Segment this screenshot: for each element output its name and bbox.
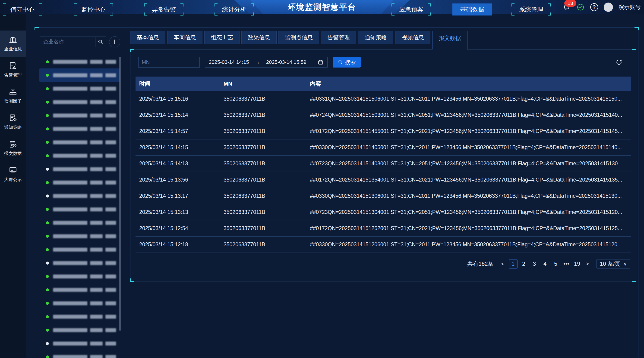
nav-item-emergency-plan[interactable]: 应急预案 [392, 3, 431, 15]
company-list-item[interactable] [40, 136, 120, 149]
search-button[interactable]: 搜索 [333, 57, 361, 67]
tab-workshop-info[interactable]: 车间信息 [167, 31, 202, 44]
company-list-item[interactable] [40, 297, 120, 310]
sidebar-item-message-data[interactable]: 报文数据 [0, 135, 26, 161]
masked-company-name [53, 127, 87, 131]
masked-company-name [90, 60, 102, 64]
nav-item-system-management[interactable]: 系统管理 [512, 3, 551, 15]
avatar[interactable] [604, 2, 613, 12]
message-table: 时间 MN 内容 2025/03/14 15:15:16 35020633770… [136, 77, 631, 253]
company-list-item[interactable] [40, 216, 120, 229]
company-list-item[interactable] [40, 283, 120, 297]
prev-page-button[interactable]: < [499, 259, 507, 269]
masked-company-name [106, 355, 116, 358]
tab-video-info[interactable]: 视频信息 [395, 31, 430, 44]
tab-message-data[interactable]: 报文数据 [432, 31, 468, 49]
arrow-right-icon: → [255, 59, 260, 65]
cell-mn: 3502063377011B [224, 193, 310, 199]
company-list-item[interactable] [40, 68, 120, 82]
company-list [40, 55, 120, 358]
table-row[interactable]: 2025/03/14 15:13:13 3502063377011B ##072… [136, 204, 631, 220]
table-row[interactable]: 2025/03/14 15:15:16 3502063377011B ##033… [136, 91, 631, 107]
company-list-item[interactable] [40, 176, 120, 189]
company-list-item[interactable] [40, 229, 120, 243]
add-company-button[interactable] [109, 36, 120, 47]
status-dot [46, 168, 49, 171]
sidebar-label: 告警管理 [4, 72, 22, 78]
page-number[interactable]: 2 [519, 259, 528, 269]
page-number[interactable]: 4 [541, 259, 550, 269]
company-list-item[interactable] [40, 256, 120, 270]
company-list-item[interactable] [40, 82, 120, 95]
refresh-icon[interactable] [616, 59, 622, 67]
tab-basic-info[interactable]: 基本信息 [130, 31, 166, 44]
company-list-item[interactable] [40, 310, 120, 323]
theme-icon[interactable] [576, 3, 585, 11]
next-page-button[interactable]: > [583, 259, 591, 269]
company-list-item[interactable] [40, 270, 120, 283]
company-list-item[interactable] [40, 323, 120, 337]
help-icon[interactable]: ? [590, 3, 598, 11]
status-dot [46, 221, 49, 224]
nav-item-statistics[interactable]: 统计分析 [214, 3, 254, 15]
masked-company-name [106, 261, 116, 265]
sidebar-item-alarm-management[interactable]: 告警管理 [0, 57, 26, 83]
page-number[interactable]: ••• [562, 259, 571, 269]
table-row[interactable]: 2025/03/14 15:12:18 3502063377011B ##033… [136, 237, 631, 253]
company-search-input[interactable] [40, 36, 96, 47]
company-list-item[interactable] [40, 162, 120, 176]
tab-notify-strategy[interactable]: 通知策略 [358, 31, 393, 44]
page-number[interactable]: 19 [573, 259, 582, 269]
page-size-select[interactable]: 10 条/页 ∨ [596, 259, 630, 269]
company-list-scrollbar[interactable] [119, 57, 121, 331]
sidebar-label: 报文数据 [4, 151, 22, 157]
company-list-item[interactable] [40, 95, 120, 109]
masked-company-name [53, 342, 87, 346]
sidebar-item-enterprise-info[interactable]: 企业信息 [0, 30, 26, 57]
table-row[interactable]: 2025/03/14 15:14:15 3502063377011B ##033… [136, 140, 631, 156]
masked-company-name [90, 194, 102, 198]
status-dot [46, 329, 49, 332]
cell-content: ##0330QN=20250314151405001;ST=31;CN=2011… [310, 144, 631, 151]
company-list-item[interactable] [40, 55, 120, 68]
company-list-item[interactable] [40, 122, 120, 136]
nav-item-duty-center[interactable]: 值守中心 [3, 3, 42, 15]
company-list-item[interactable] [40, 189, 120, 202]
table-row[interactable]: 2025/03/14 15:15:14 3502063377011B ##072… [136, 107, 631, 123]
sidebar-label: 大屏公示 [4, 177, 22, 183]
sidebar-item-notify-strategy[interactable]: 通知策略 [0, 109, 26, 135]
company-list-item[interactable] [40, 109, 120, 122]
company-list-item[interactable] [40, 202, 120, 216]
sidebar-item-big-screen[interactable]: 大屏公示 [0, 161, 26, 187]
page-number[interactable]: 1 [509, 259, 518, 269]
company-search-button[interactable] [95, 36, 106, 47]
nav-item-basic-data[interactable]: 基础数据 [452, 3, 492, 15]
sidebar-item-monitor-factor[interactable]: 监测因子 [0, 83, 26, 109]
page-numbers: 1 2 3 4 5 ••• 19 [509, 259, 582, 269]
table-row[interactable]: 2025/03/14 15:14:13 3502063377011B ##072… [136, 156, 631, 172]
masked-company-name [90, 114, 102, 118]
table-row[interactable]: 2025/03/14 15:13:56 3502063377011B ##017… [136, 172, 631, 188]
notification-bell-icon[interactable]: 13 [562, 2, 571, 12]
company-list-item[interactable] [40, 350, 120, 358]
tab-alarm-management[interactable]: 告警管理 [321, 31, 356, 44]
sidebar-label: 企业信息 [4, 46, 22, 52]
status-dot [46, 74, 49, 77]
tab-configuration-process[interactable]: 组态工艺 [204, 31, 240, 44]
masked-company-name [90, 261, 102, 265]
tab-monitor-points[interactable]: 监测点信息 [278, 31, 319, 44]
company-list-item[interactable] [40, 149, 120, 162]
table-row[interactable]: 2025/03/14 15:14:57 3502063377011B ##017… [136, 123, 631, 140]
company-list-item[interactable] [40, 243, 120, 256]
page-number[interactable]: 5 [551, 259, 560, 269]
date-range-picker[interactable]: 2025-03-14 14:15 → 2025-03-14 15:59 [205, 57, 328, 67]
mn-input[interactable] [138, 57, 200, 67]
tab-data-acquisition[interactable]: 数采信息 [242, 31, 276, 44]
nav-item-abnormal-alarm[interactable]: 异常告警 [144, 3, 184, 15]
table-row[interactable]: 2025/03/14 15:12:54 3502063377011B ##017… [136, 220, 631, 237]
table-row[interactable]: 2025/03/14 15:13:17 3502063377011B ##033… [136, 188, 631, 204]
nav-item-monitor-center[interactable]: 监控中心 [74, 3, 113, 15]
page-number[interactable]: 3 [530, 259, 539, 269]
company-list-item[interactable] [40, 337, 120, 350]
masked-company-name [90, 275, 102, 278]
